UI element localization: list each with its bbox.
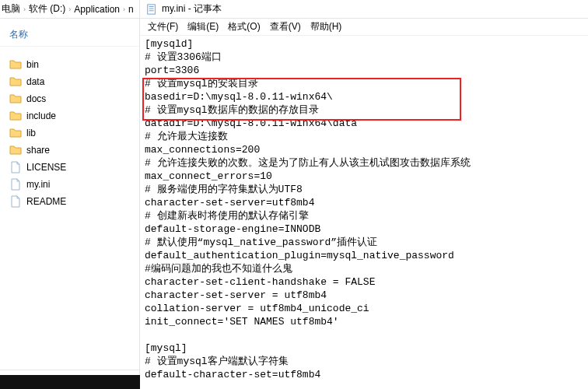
menu-edit[interactable]: 编辑(E) [184,20,222,33]
folder-icon [9,127,22,139]
file-icon [9,195,22,208]
menu-format[interactable]: 格式(O) [225,20,263,33]
menu-bar: 文件(F) 编辑(E) 格式(O) 查看(V) 帮助(H) [140,19,588,36]
file-item-data[interactable]: data [9,73,139,90]
menu-view[interactable]: 查看(V) [267,20,304,33]
menu-help[interactable]: 帮助(H) [307,20,345,33]
window-titlebar[interactable]: my.ini - 记事本 [140,0,588,19]
folder-icon [9,93,22,105]
column-header-name[interactable]: 名称 [0,23,139,47]
notepad-icon [146,4,157,15]
folder-icon [9,75,22,88]
chevron-right-icon: › [120,5,128,13]
file-explorer-pane: 电脑 › 软件 (D:) › Application › n 名称 bin da… [0,0,140,389]
file-icon [9,178,22,191]
file-item-bin[interactable]: bin [9,56,139,73]
file-item-include[interactable]: include [9,107,139,124]
file-label: LICENSE [26,162,66,173]
file-label: my.ini [26,179,50,190]
file-item-lib[interactable]: lib [9,124,139,142]
file-icon [9,161,22,173]
highlight-box [142,78,461,121]
file-label: data [26,76,44,87]
breadcrumb[interactable]: 电脑 › 软件 (D:) › Application › n [0,0,139,19]
file-item-share[interactable]: share [9,142,139,159]
chevron-right-icon: › [20,5,29,13]
text-editor-area[interactable]: [mysqld] # 设置3306端口 port=3306 # 设置mysql的… [140,36,588,389]
file-item-docs[interactable]: docs [9,90,139,107]
folder-icon [9,58,22,71]
folder-icon [9,144,22,156]
file-label: lib [26,128,36,138]
notepad-window: my.ini - 记事本 文件(F) 编辑(E) 格式(O) 查看(V) 帮助(… [140,0,588,389]
terminal-strip [0,375,140,389]
chevron-right-icon: › [65,5,74,13]
file-item-readme[interactable]: README [9,193,139,210]
breadcrumb-item[interactable]: 软件 (D:) [29,2,65,16]
file-list: bin data docs include lib share LICENSE [0,51,139,210]
breadcrumb-item[interactable]: n [128,4,134,15]
file-label: share [26,145,50,156]
window-title: my.ini - 记事本 [162,2,222,16]
file-label: README [26,196,66,207]
breadcrumb-item[interactable]: 电脑 [2,2,20,16]
divider [0,370,139,370]
file-label: include [26,110,56,121]
menu-file[interactable]: 文件(F) [145,20,181,33]
svg-rect-0 [148,4,156,13]
file-item-my-ini[interactable]: my.ini [9,176,139,193]
folder-icon [9,110,22,122]
file-label: docs [26,93,46,104]
file-label: bin [26,59,39,70]
file-item-license[interactable]: LICENSE [9,159,139,176]
breadcrumb-item[interactable]: Application [74,4,120,15]
